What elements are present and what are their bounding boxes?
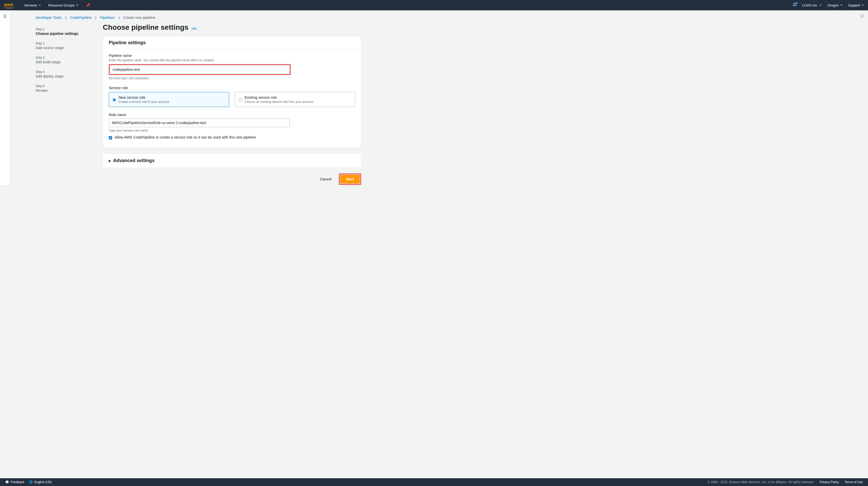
- wizard-step-1[interactable]: Step 1 Choose pipeline settings: [36, 25, 87, 39]
- wizard-actions: Cancel Next: [103, 173, 361, 185]
- chevron-down-icon: ▼: [840, 4, 843, 6]
- pin-icon[interactable]: 📌: [86, 3, 90, 7]
- step-number: Step 3: [36, 56, 87, 59]
- pipeline-name-label: Pipeline name: [109, 54, 355, 58]
- pipeline-name-constraint: No more than 100 characters: [109, 77, 355, 80]
- global-nav: aws Services ▼ Resource Groups ▼ 📌 LOVO …: [0, 0, 868, 10]
- nav-resource-groups[interactable]: Resource Groups ▼: [48, 3, 79, 7]
- radio-new-service-role[interactable]: [113, 96, 116, 104]
- hamburger-icon[interactable]: ☰: [3, 14, 7, 19]
- pipeline-name-hint: Enter the pipeline name. You cannot edit…: [109, 58, 355, 62]
- panel-title: Pipeline settings: [109, 40, 355, 46]
- nav-account-label: LOVO Inc.: [802, 3, 818, 7]
- step-label: Review: [36, 88, 87, 92]
- wizard-steps: Step 1 Choose pipeline settings Step 2 A…: [36, 23, 87, 185]
- tile-desc: Create a service role in your account: [119, 100, 169, 104]
- chevron-right-icon: ❯: [95, 16, 97, 19]
- step-label: Add build stage: [36, 60, 87, 64]
- nav-support[interactable]: Support ▼: [848, 3, 864, 7]
- advanced-settings-toggle[interactable]: ▶ Advanced settings: [103, 154, 361, 168]
- step-number: Step 5: [36, 84, 87, 88]
- cancel-button[interactable]: Cancel: [316, 175, 335, 183]
- breadcrumb-dev-tools[interactable]: Developer Tools: [36, 16, 61, 20]
- step-label: Choose pipeline settings: [36, 32, 87, 36]
- wizard-step-2[interactable]: Step 2 Add source stage: [36, 39, 87, 53]
- caret-right-icon: ▶: [109, 159, 111, 163]
- chevron-right-icon: ❯: [118, 16, 120, 19]
- allow-create-role-label: Allow AWS CodePipeline to create a servi…: [115, 135, 256, 140]
- tile-title: New service role: [119, 95, 169, 99]
- pipeline-name-input[interactable]: [110, 65, 289, 74]
- radio-existing-service-role[interactable]: [239, 96, 242, 104]
- nav-services-label: Services: [24, 3, 37, 7]
- role-name-input[interactable]: [109, 118, 289, 127]
- step-number: Step 1: [36, 27, 87, 31]
- info-link[interactable]: Info: [191, 27, 196, 30]
- pipeline-settings-panel: Pipeline settings Pipeline name Enter th…: [103, 36, 361, 148]
- notification-dot: [796, 2, 798, 4]
- service-role-label: Service role: [109, 86, 355, 90]
- side-rail: ☰: [0, 10, 10, 185]
- chevron-right-icon: ❯: [65, 16, 67, 19]
- nav-region[interactable]: Oregon ▼: [828, 3, 842, 7]
- step-label: Add source stage: [36, 46, 87, 50]
- chevron-down-icon: ▼: [819, 4, 822, 6]
- nav-account[interactable]: LOVO Inc. ▼: [802, 3, 822, 7]
- nav-resource-groups-label: Resource Groups: [48, 3, 75, 7]
- chevron-down-icon: ▼: [76, 4, 79, 6]
- chevron-down-icon: ▼: [862, 4, 864, 6]
- panel-title: Advanced settings: [113, 158, 154, 163]
- breadcrumb: Developer Tools ❯ CodePipeline ❯ Pipelin…: [10, 10, 868, 23]
- nav-support-label: Support: [848, 3, 860, 7]
- next-button[interactable]: Next: [340, 175, 360, 183]
- tile-title: Existing service role: [245, 95, 313, 99]
- breadcrumb-codepipeline[interactable]: CodePipeline: [70, 16, 91, 20]
- tile-new-service-role[interactable]: New service role Create a service role i…: [109, 92, 229, 107]
- step-number: Step 4: [36, 70, 87, 74]
- wizard-step-5[interactable]: Step 5 Review: [36, 82, 87, 96]
- advanced-settings-panel: ▶ Advanced settings: [103, 153, 361, 168]
- nav-region-label: Oregon: [828, 3, 839, 7]
- role-name-label: Role name: [109, 113, 355, 117]
- chevron-down-icon: ▼: [39, 4, 41, 6]
- tile-desc: Choose an existing service role from you…: [245, 100, 313, 104]
- step-label: Add deploy stage: [36, 74, 87, 78]
- page-title: Choose pipeline settings: [103, 23, 188, 32]
- nav-services[interactable]: Services ▼: [24, 3, 41, 7]
- allow-create-role-checkbox[interactable]: [109, 136, 112, 140]
- role-name-hint: Type your service role name: [109, 129, 355, 132]
- aws-logo[interactable]: aws: [4, 2, 14, 8]
- info-panel-icon[interactable]: ⓘ: [860, 14, 864, 19]
- step-number: Step 2: [36, 41, 87, 45]
- notifications-icon[interactable]: [793, 3, 797, 8]
- breadcrumb-pipelines[interactable]: Pipelines: [100, 16, 115, 20]
- wizard-step-3[interactable]: Step 3 Add build stage: [36, 53, 87, 67]
- breadcrumb-current: Create new pipeline: [123, 16, 155, 20]
- wizard-step-4[interactable]: Step 4 Add deploy stage: [36, 67, 87, 82]
- tile-existing-service-role[interactable]: Existing service role Choose an existing…: [235, 92, 355, 107]
